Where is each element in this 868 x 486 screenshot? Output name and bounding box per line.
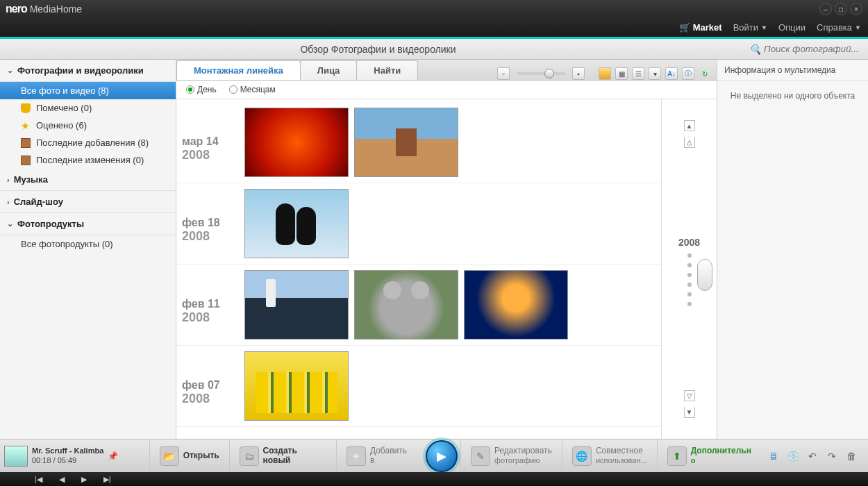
main: ⌄Фотографии и видеоролики Все фото и вид… bbox=[0, 60, 868, 439]
plus-icon: ＋ bbox=[347, 446, 366, 466]
now-playing: Mr. Scruff - Kalimba 00:18 / 05:49 📌 bbox=[4, 446, 149, 467]
market-link[interactable]: 🛒 Market bbox=[679, 22, 722, 33]
date-group: фев 182008 bbox=[176, 183, 661, 265]
info-toggle-button[interactable]: ⓘ bbox=[682, 67, 694, 80]
content: Монтажная линейка Лица Найти ▫ ▪ ▦ ☰ ▾ A… bbox=[176, 60, 717, 439]
sidebar-item-all[interactable]: Все фото и видео (8) bbox=[0, 82, 176, 99]
timeline-down-button[interactable]: ▽ bbox=[684, 390, 695, 401]
photo-thumb[interactable] bbox=[354, 270, 458, 340]
refresh-button[interactable]: ↻ bbox=[699, 67, 711, 80]
sidebar-item-recent-added[interactable]: Последние добавления (8) bbox=[0, 134, 176, 151]
rotate-left-icon[interactable]: ↶ bbox=[806, 449, 819, 463]
radio-month[interactable]: Месяцам bbox=[229, 85, 276, 94]
timeline-top-button[interactable]: ▲ bbox=[684, 120, 695, 131]
sidebar-item-all-products[interactable]: Все фотопродукты (0) bbox=[0, 235, 176, 253]
chevron-right-icon: › bbox=[7, 176, 10, 184]
info-panel-title: Информация о мультимедиа bbox=[717, 60, 868, 81]
chevron-down-icon: ▼ bbox=[855, 24, 861, 31]
view-grid-button[interactable]: ▦ bbox=[615, 67, 628, 80]
timeline-dot[interactable] bbox=[687, 302, 692, 306]
photo-thumb[interactable] bbox=[244, 351, 349, 421]
sidebar-item-tagged[interactable]: Помечено (0) bbox=[0, 99, 176, 117]
login-menu[interactable]: Войти▼ bbox=[733, 22, 767, 33]
edit-photo-button[interactable]: ✎Редактироватьфотографию bbox=[460, 439, 562, 472]
create-new-button[interactable]: 🗂Создать новый bbox=[229, 439, 336, 472]
close-button[interactable]: × bbox=[850, 3, 862, 15]
sidebar-section-photoproducts[interactable]: ⌄Фотопродукты bbox=[0, 213, 176, 235]
photo-thumb[interactable] bbox=[354, 108, 458, 177]
timeline-year: 2008 bbox=[678, 237, 700, 248]
right-buttons: 🖥 💿 ↶ ↷ 🗑 bbox=[761, 449, 864, 463]
more-button[interactable]: ⬆Дополнительно bbox=[657, 439, 761, 472]
group-button[interactable]: ▾ bbox=[649, 67, 661, 80]
play-pause-button[interactable]: ▶ bbox=[81, 475, 87, 484]
zoom-slider[interactable] bbox=[517, 72, 565, 75]
add-to-button[interactable]: ＋Добавить в bbox=[336, 439, 423, 472]
pin-icon[interactable]: 📌 bbox=[108, 451, 117, 461]
page-title: Обзор Фотографии и видеоролики bbox=[7, 44, 749, 55]
help-menu[interactable]: Справка▼ bbox=[817, 22, 861, 33]
share-button[interactable]: 🌐Совместноеиспользован... bbox=[562, 439, 657, 472]
zoom-in-button[interactable]: ▪ bbox=[572, 67, 585, 80]
market-label: Market bbox=[693, 22, 722, 33]
timeline-dot[interactable] bbox=[687, 292, 692, 296]
view-thumb-button[interactable] bbox=[599, 67, 611, 80]
burn-icon[interactable]: 💿 bbox=[786, 449, 800, 463]
subheader: Обзор Фотографии и видеоролики 🔍 bbox=[0, 39, 868, 60]
sort-button[interactable]: A↓ bbox=[665, 67, 678, 80]
zoom-out-button[interactable]: ▫ bbox=[497, 67, 510, 80]
titlebar: nero MediaHome – □ × bbox=[0, 0, 868, 18]
new-icon: 🗂 bbox=[240, 446, 259, 466]
tab-find[interactable]: Найти bbox=[356, 60, 418, 80]
sidebar-section-music[interactable]: ›Музыка bbox=[0, 169, 176, 191]
next-track-button[interactable]: ▶| bbox=[103, 475, 111, 484]
timeline-dot[interactable] bbox=[687, 263, 692, 267]
bottom-bar: Mr. Scruff - Kalimba 00:18 / 05:49 📌 📂От… bbox=[0, 439, 868, 472]
play-button[interactable]: ▶ bbox=[426, 440, 458, 472]
prev-track-button[interactable]: |◀ bbox=[35, 475, 42, 484]
tabs: Монтажная линейка Лица Найти ▫ ▪ ▦ ☰ ▾ A… bbox=[176, 60, 717, 81]
app-logo: nero bbox=[6, 3, 27, 15]
edit-icon: ✎ bbox=[471, 446, 490, 466]
slider-thumb[interactable] bbox=[544, 69, 554, 78]
share-icon: 🌐 bbox=[572, 446, 592, 466]
open-button[interactable]: 📂Открыть bbox=[149, 439, 229, 472]
options-menu[interactable]: Опции bbox=[778, 22, 806, 33]
timeline-dot[interactable] bbox=[687, 273, 692, 277]
search-box[interactable]: 🔍 bbox=[749, 44, 861, 55]
sidebar: ⌄Фотографии и видеоролики Все фото и вид… bbox=[0, 60, 176, 439]
view-list-button[interactable]: ☰ bbox=[632, 67, 644, 80]
photo-thumb[interactable] bbox=[244, 108, 349, 177]
sidebar-section-photos[interactable]: ⌄Фотографии и видеоролики bbox=[0, 60, 176, 82]
sidebar-item-rated[interactable]: ★Оценено (6) bbox=[0, 117, 176, 134]
timeline-dot[interactable] bbox=[687, 253, 692, 258]
minimize-button[interactable]: – bbox=[819, 3, 832, 15]
rotate-right-icon[interactable]: ↷ bbox=[825, 449, 839, 463]
view-toolbar: ▫ ▪ ▦ ☰ ▾ A↓ ⓘ ↻ bbox=[492, 67, 717, 80]
menubar: 🛒 Market Войти▼ Опции Справка▼ bbox=[0, 18, 868, 39]
timeline-handle[interactable] bbox=[697, 259, 712, 291]
date-group: мар 142008 bbox=[176, 102, 661, 183]
sidebar-section-slideshow[interactable]: ›Слайд-шоу bbox=[0, 191, 176, 213]
music-bar: |◀ ◀ ▶ ▶| bbox=[0, 472, 868, 486]
rewind-button[interactable]: ◀ bbox=[59, 475, 65, 484]
scroll-area: мар 142008 фев 182008 фев 112008 bbox=[176, 99, 717, 439]
photo-thumb[interactable] bbox=[244, 189, 349, 258]
folder-icon: 📂 bbox=[160, 446, 179, 466]
timeline-bottom-button[interactable]: ▼ bbox=[684, 407, 695, 418]
maximize-button[interactable]: □ bbox=[835, 3, 847, 15]
timeline-dot[interactable] bbox=[687, 283, 692, 287]
date-label: мар 142008 bbox=[182, 108, 244, 162]
tab-faces[interactable]: Лица bbox=[300, 60, 358, 80]
photo-thumb[interactable] bbox=[464, 270, 568, 340]
image-icon bbox=[21, 138, 31, 148]
photo-thumb[interactable] bbox=[244, 270, 349, 340]
delete-icon[interactable]: 🗑 bbox=[844, 449, 858, 463]
device-icon[interactable]: 🖥 bbox=[767, 449, 781, 463]
album-art[interactable] bbox=[4, 446, 28, 467]
tab-timeline[interactable]: Монтажная линейка bbox=[176, 60, 301, 80]
timeline-up-button[interactable]: △ bbox=[684, 137, 695, 148]
sidebar-item-recent-changed[interactable]: Последние изменения (0) bbox=[0, 151, 176, 169]
radio-day[interactable]: День bbox=[186, 85, 217, 94]
search-input[interactable] bbox=[764, 44, 861, 54]
